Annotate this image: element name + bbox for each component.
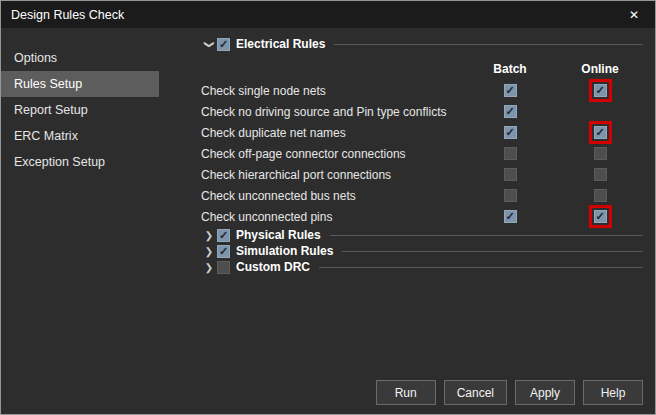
divider: [334, 44, 643, 45]
sidebar-item-erc-matrix[interactable]: ERC Matrix: [1, 123, 159, 149]
sidebar-item-exception-setup[interactable]: Exception Setup: [1, 149, 159, 175]
rule-label: Check single node nets: [201, 84, 465, 98]
highlight-box: [589, 79, 612, 102]
column-header-online: Online: [555, 62, 645, 76]
sidebar-item-options[interactable]: Options: [1, 45, 159, 71]
batch-checkbox[interactable]: [504, 126, 517, 139]
cancel-button[interactable]: Cancel: [444, 380, 507, 405]
rule-label: Check no driving source and Pin type con…: [201, 105, 465, 119]
design-rules-check-dialog: Design Rules Check ✕ Options Rules Setup…: [0, 0, 656, 415]
rule-row: Check hierarchical port connections: [201, 164, 645, 185]
sidebar-item-rules-setup[interactable]: Rules Setup: [1, 71, 159, 97]
titlebar: Design Rules Check ✕: [1, 1, 655, 28]
group-simulation-rules: ❯ Simulation Rules: [201, 243, 645, 259]
group-physical-rules: ❯ Physical Rules: [201, 227, 645, 243]
highlight-box: [589, 121, 612, 144]
window-title: Design Rules Check: [11, 8, 124, 22]
rule-label: Check unconnected pins: [201, 210, 465, 224]
highlight-box: [589, 205, 612, 228]
help-button[interactable]: Help: [583, 380, 643, 405]
group-label: Physical Rules: [236, 228, 321, 242]
dialog-body: Options Rules Setup Report Setup ERC Mat…: [1, 28, 655, 414]
group-label: Custom DRC: [236, 260, 310, 274]
divider: [342, 251, 643, 252]
group-checkbox-simulation[interactable]: [217, 245, 230, 258]
online-checkbox[interactable]: [594, 189, 607, 202]
column-header-batch: Batch: [465, 62, 555, 76]
sidebar-item-report-setup[interactable]: Report Setup: [1, 97, 159, 123]
batch-checkbox[interactable]: [504, 189, 517, 202]
online-checkbox[interactable]: [594, 168, 607, 181]
rule-row: Check single node nets: [201, 80, 645, 101]
group-checkbox-custom-drc[interactable]: [217, 261, 230, 274]
highlight-box: [589, 163, 612, 186]
highlight-box: [589, 142, 612, 165]
rule-row: Check unconnected pins: [201, 206, 645, 227]
rule-row: Check duplicate net names: [201, 122, 645, 143]
batch-checkbox[interactable]: [504, 84, 517, 97]
chevron-right-icon[interactable]: ❯: [201, 262, 217, 273]
rule-row: Check off-page connector connections: [201, 143, 645, 164]
online-checkbox[interactable]: [594, 147, 607, 160]
online-checkbox[interactable]: [594, 210, 607, 223]
online-checkbox[interactable]: [594, 84, 607, 97]
rule-label: Check duplicate net names: [201, 126, 465, 140]
group-checkbox-physical[interactable]: [217, 229, 230, 242]
chevron-down-icon[interactable]: ❯: [204, 36, 215, 52]
apply-button[interactable]: Apply: [515, 380, 575, 405]
group-label: Electrical Rules: [236, 37, 325, 51]
close-icon[interactable]: ✕: [623, 6, 645, 24]
highlight-box: [589, 100, 612, 123]
chevron-right-icon[interactable]: ❯: [201, 230, 217, 241]
batch-checkbox[interactable]: [504, 168, 517, 181]
group-electrical-rules: ❯ Electrical Rules: [201, 34, 645, 54]
rule-row: Check no driving source and Pin type con…: [201, 101, 645, 122]
batch-checkbox[interactable]: [504, 105, 517, 118]
highlight-box: [589, 184, 612, 207]
group-checkbox-electrical[interactable]: [217, 38, 230, 51]
online-checkbox[interactable]: [594, 126, 607, 139]
group-label: Simulation Rules: [236, 244, 333, 258]
chevron-right-icon[interactable]: ❯: [201, 246, 217, 257]
run-button[interactable]: Run: [376, 380, 436, 405]
divider: [330, 235, 643, 236]
column-headers: Batch Online: [201, 54, 645, 80]
batch-checkbox[interactable]: [504, 147, 517, 160]
batch-checkbox[interactable]: [504, 210, 517, 223]
group-custom-drc: ❯ Custom DRC: [201, 259, 645, 275]
rule-label: Check hierarchical port connections: [201, 168, 465, 182]
divider: [319, 267, 643, 268]
rule-label: Check unconnected bus nets: [201, 189, 465, 203]
rules-setup-panel: ❯ Electrical Rules Batch Online Check si…: [187, 28, 655, 414]
rule-row: Check unconnected bus nets: [201, 185, 645, 206]
sidebar: Options Rules Setup Report Setup ERC Mat…: [1, 28, 187, 414]
footer-buttons: Run Cancel Apply Help: [376, 380, 643, 405]
rule-label: Check off-page connector connections: [201, 147, 465, 161]
